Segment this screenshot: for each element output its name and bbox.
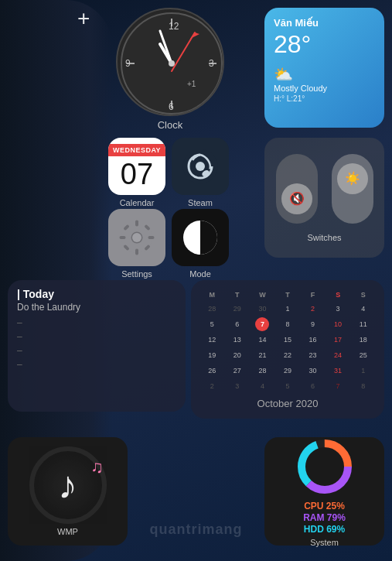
weather-temp: 28° [274, 30, 375, 59]
cal-day-27: 27 [230, 364, 244, 378]
clock-label: Clock [108, 119, 232, 131]
cal-day-29prev: 29 [230, 302, 244, 316]
svg-text:9: 9 [125, 58, 131, 69]
weather-widget: Văn Miếu 28° ⛅ Mostly Cloudy H:° L:21° [264, 8, 384, 128]
steam-label: Steam [188, 198, 213, 207]
clock-widget: 12 3 6 9 +1 Clock [108, 8, 232, 131]
cal-day-29: 29 [281, 364, 295, 378]
svg-rect-21 [135, 249, 138, 255]
cal-day-4next: 4 [255, 379, 269, 393]
app-row-2: Settings Mode [108, 209, 229, 279]
cal-day-6: 6 [230, 317, 244, 331]
dow-sun: S [351, 289, 375, 300]
cal-day-2: 2 [306, 302, 320, 316]
cal-day-16: 16 [306, 333, 320, 347]
steam-app-item[interactable]: Steam [172, 138, 229, 207]
cal-day-30prev: 30 [255, 302, 269, 316]
mode-app-item[interactable]: Mode [172, 209, 229, 279]
today-header: | Today [17, 288, 176, 300]
today-widget: | Today Do the Laundry – – – – [8, 280, 186, 412]
cal-day-4: 4 [356, 302, 370, 316]
app-row-1: WEDNESDAY 07 Calendar Steam [108, 138, 229, 207]
dow-thu: T [276, 289, 300, 300]
cal-day-17: 17 [331, 333, 345, 347]
weather-description: Mostly Cloudy [274, 84, 375, 93]
clock-face: 12 3 6 9 +1 [116, 8, 224, 116]
cal-day-19: 19 [205, 348, 219, 362]
today-lines: – – – – [17, 317, 176, 370]
clock-svg: 12 3 6 9 +1 [118, 9, 224, 116]
dash2: – [17, 331, 176, 342]
mode-circle [183, 221, 217, 255]
music-note-icon: ♪ [58, 463, 77, 508]
switches-widget: 🔇 ☀️ Switches [264, 138, 384, 258]
calendar-app-item[interactable]: WEDNESDAY 07 Calendar [108, 138, 165, 207]
svg-point-16 [196, 162, 205, 171]
dash4: – [17, 359, 176, 370]
cal-day-3: 3 [331, 302, 345, 316]
cal-day-1: 1 [281, 302, 295, 316]
weather-location: Văn Miếu [274, 17, 375, 29]
cal-day-24: 24 [331, 348, 345, 362]
cal-day-11: 11 [356, 317, 370, 331]
calendar-weekday: WEDNESDAY [108, 144, 165, 156]
wmp-inner: ♪ ♫ [22, 446, 114, 524]
svg-text:+1: +1 [187, 80, 196, 88]
cal-day-14: 14 [255, 333, 269, 347]
dow-fri: F [301, 289, 325, 300]
cal-day-2next: 2 [205, 379, 219, 393]
cal-day-20: 20 [230, 348, 244, 362]
gear-svg [118, 218, 156, 257]
mode-icon[interactable] [172, 209, 229, 266]
steam-logo-svg [181, 147, 220, 186]
cal-day-28prev: 28 [205, 302, 219, 316]
dash3: – [17, 345, 176, 356]
cal-day-5next: 5 [281, 379, 295, 393]
wmp-widget[interactable]: ♪ ♫ WMP [8, 437, 128, 546]
weather-hl: H:° L:21° [274, 94, 375, 103]
sound-switch-knob: 🔇 [281, 183, 312, 214]
cal-day-7next: 7 [331, 379, 345, 393]
cal-day-5: 5 [205, 317, 219, 331]
cal-day-3next: 3 [230, 379, 244, 393]
settings-app-item[interactable]: Settings [108, 209, 165, 279]
svg-rect-23 [148, 236, 155, 239]
svg-rect-20 [135, 221, 138, 227]
settings-icon[interactable] [108, 209, 165, 266]
svg-text:3: 3 [209, 58, 214, 69]
cal-day-1next: 1 [356, 364, 370, 378]
watermark: quantrimang [149, 522, 242, 538]
svg-point-28 [132, 233, 141, 242]
today-task: Do the Laundry [17, 302, 176, 313]
system-donut-svg [294, 436, 356, 498]
switches-row: 🔇 ☀️ [276, 154, 373, 224]
wmp-label: WMP [57, 527, 78, 536]
dow-mon: M [200, 289, 224, 300]
cal-day-26: 26 [205, 364, 219, 378]
dow-sat: S [326, 289, 350, 300]
cal-day-22: 22 [281, 348, 295, 362]
cloud-icon: ⛅ [274, 65, 293, 84]
sound-switch[interactable]: 🔇 [276, 154, 318, 224]
dow-tue: T [226, 289, 250, 300]
cal-day-21: 21 [255, 348, 269, 362]
hdd-stat: HDD 69% [304, 524, 345, 535]
cal-day-13: 13 [230, 333, 244, 347]
system-label: System [310, 538, 339, 547]
cal-day-9: 9 [306, 317, 320, 331]
dow-wed: W [251, 289, 274, 300]
svg-rect-22 [120, 236, 126, 239]
add-widget-button[interactable]: + [77, 6, 90, 31]
mini-calendar-widget: M T W T F S S 28 29 30 1 2 3 4 5 6 7 8 9… [191, 280, 384, 419]
music-icon-pink: ♫ [90, 457, 104, 477]
cpu-stat: CPU 25% [304, 501, 345, 511]
calendar-icon[interactable]: WEDNESDAY 07 [108, 138, 165, 195]
brightness-switch-knob: ☀️ [337, 163, 368, 194]
system-donut [294, 436, 356, 498]
steam-icon[interactable] [172, 138, 229, 195]
brightness-switch[interactable]: ☀️ [332, 154, 373, 224]
system-widget: CPU 25% RAM 79% HDD 69% System [264, 437, 384, 546]
svg-text:12: 12 [169, 21, 179, 32]
mini-cal-grid: M T W T F S S 28 29 30 1 2 3 4 5 6 7 8 9… [200, 289, 375, 393]
cal-day-8next: 8 [356, 379, 370, 393]
